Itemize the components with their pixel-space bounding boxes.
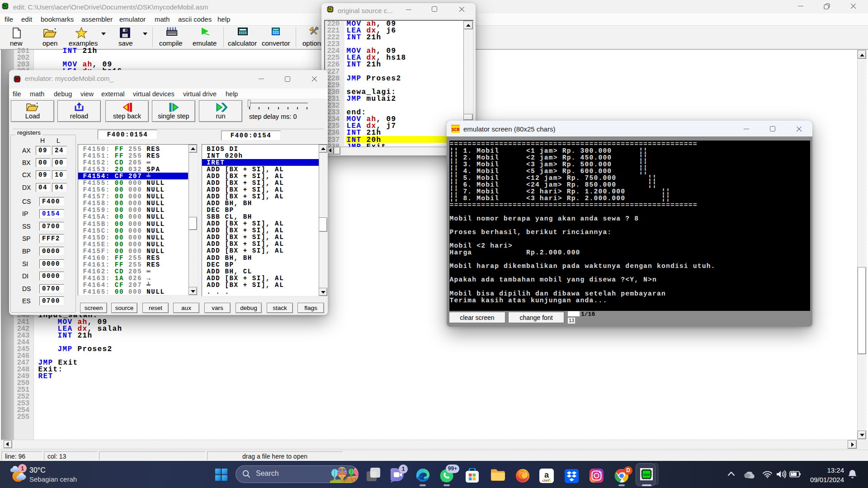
svg-text:a: a <box>544 470 549 479</box>
svg-text:8086: 8086 <box>643 473 651 477</box>
svg-text:SCR: SCR <box>451 127 459 132</box>
